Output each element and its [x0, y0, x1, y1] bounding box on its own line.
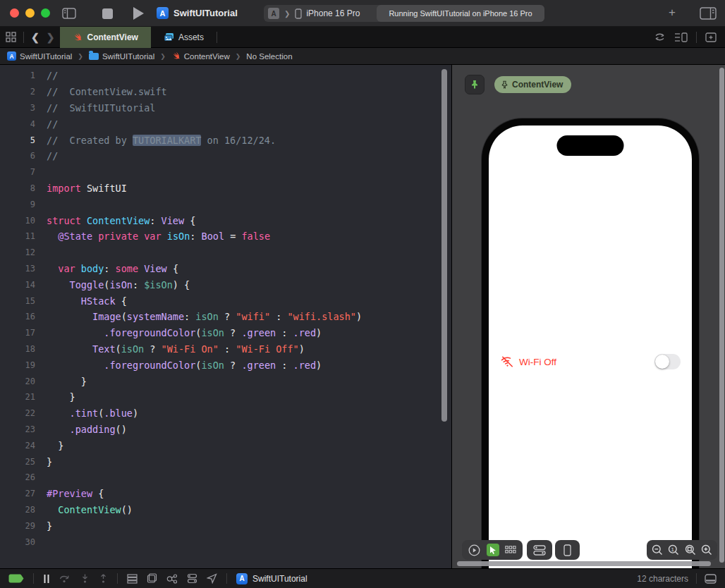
line-number[interactable]: 4: [0, 119, 35, 129]
pin-preview-button[interactable]: [465, 75, 485, 94]
line-number[interactable]: 24: [0, 441, 35, 451]
memory-graph-icon[interactable]: [147, 573, 157, 584]
code-line[interactable]: 17 .foregroundColor(isOn ? .green : .red…: [0, 325, 451, 341]
step-into-icon[interactable]: [80, 574, 90, 584]
environment-overrides-icon[interactable]: [187, 573, 197, 584]
code-line[interactable]: 27#Preview {: [0, 486, 451, 502]
canvas-vertical-scrollbar[interactable]: [719, 68, 724, 563]
code-line[interactable]: 23 .padding(): [0, 422, 451, 438]
line-number[interactable]: 5: [0, 135, 35, 145]
line-number[interactable]: 3: [0, 103, 35, 113]
code-line[interactable]: 14 Toggle(isOn: $isOn) {: [0, 276, 451, 293]
breakpoints-toggle-icon[interactable]: [8, 574, 24, 583]
code-line[interactable]: 2// ContentView.swift: [0, 84, 451, 100]
breadcrumb-item-group[interactable]: SwiftUITutorial: [89, 52, 154, 61]
line-number[interactable]: 16: [0, 312, 35, 321]
scheme-target-icon[interactable]: A: [268, 8, 279, 19]
breadcrumb-item-project[interactable]: A SwiftUITutorial: [7, 51, 72, 61]
line-number[interactable]: 15: [0, 296, 35, 306]
line-number[interactable]: 9: [0, 200, 35, 209]
toggle-navigator-sidebar-icon[interactable]: [62, 8, 76, 19]
run-destination-label[interactable]: iPhone 16 Pro: [306, 8, 360, 18]
code-line[interactable]: 10struct ContentView: View {: [0, 212, 451, 228]
line-number[interactable]: 2: [0, 87, 35, 97]
zoom-100-button[interactable]: 1: [668, 544, 679, 556]
network-share-icon[interactable]: [166, 574, 178, 584]
breadcrumb-item-file[interactable]: ContentView: [171, 51, 230, 61]
go-forward-button[interactable]: ❯: [47, 32, 55, 43]
line-number[interactable]: 6: [0, 151, 35, 161]
code-line[interactable]: 11 @State private var isOn: Bool = false: [0, 228, 451, 245]
line-number[interactable]: 20: [0, 376, 35, 386]
code-line[interactable]: 6//: [0, 148, 451, 164]
code-line[interactable]: 15 HStack {: [0, 293, 451, 309]
debug-process[interactable]: A SwiftUITutorial: [236, 573, 307, 584]
wifi-toggle[interactable]: [654, 354, 681, 369]
code-line[interactable]: 25}: [0, 453, 451, 470]
device-settings-button[interactable]: [533, 545, 546, 556]
add-button[interactable]: +: [669, 6, 676, 19]
variants-mode-button[interactable]: [505, 546, 516, 555]
toggle-debug-area-icon[interactable]: [705, 574, 717, 584]
line-number[interactable]: 14: [0, 280, 35, 290]
line-number[interactable]: 22: [0, 408, 35, 418]
code-line[interactable]: 5// Created by TUTORIALKART on 16/12/24.: [0, 132, 451, 148]
line-number[interactable]: 19: [0, 360, 35, 370]
live-preview-button[interactable]: [468, 544, 480, 556]
code-line[interactable]: 12: [0, 245, 451, 261]
code-line[interactable]: 22 .tint(.blue): [0, 405, 451, 422]
code-line[interactable]: 3// SwiftUITutorial: [0, 100, 451, 116]
tab-assets[interactable]: Assets: [151, 27, 217, 48]
code-line[interactable]: 1//: [0, 68, 451, 84]
zoom-fit-button[interactable]: [685, 544, 696, 556]
line-number[interactable]: 21: [0, 392, 35, 402]
line-number[interactable]: 1: [0, 71, 35, 80]
close-window-button[interactable]: [10, 8, 19, 18]
step-out-icon[interactable]: [99, 574, 108, 584]
canvas-horizontal-scrollbar[interactable]: [457, 561, 711, 566]
preview-name-badge[interactable]: ContentView: [494, 76, 571, 93]
run-destination-phone-icon[interactable]: [295, 8, 302, 19]
preview-device-button[interactable]: [563, 544, 571, 556]
code-line[interactable]: 24 }: [0, 437, 451, 453]
view-hierarchy-icon[interactable]: [127, 574, 138, 584]
line-number[interactable]: 7: [0, 167, 35, 177]
code-line[interactable]: 7: [0, 164, 451, 180]
editor-scrollbar[interactable]: [441, 69, 447, 422]
line-number[interactable]: 11: [0, 231, 35, 241]
code-line[interactable]: 19 .foregroundColor(isOn ? .green : .red…: [0, 357, 451, 373]
code-line[interactable]: 8import SwiftUI: [0, 180, 451, 197]
simulate-location-icon[interactable]: [207, 573, 217, 584]
add-editor-icon[interactable]: [705, 32, 717, 42]
pause-execution-icon[interactable]: [43, 574, 50, 584]
zoom-out-button[interactable]: [652, 544, 663, 556]
editor-options-icon[interactable]: [674, 32, 688, 42]
line-number[interactable]: 29: [0, 521, 35, 531]
code-line[interactable]: 21 }: [0, 389, 451, 405]
breadcrumb-item-selection[interactable]: No Selection: [246, 52, 292, 61]
tab-contentview[interactable]: ContentView: [60, 27, 150, 48]
line-number[interactable]: 28: [0, 505, 35, 515]
go-back-button[interactable]: ❮: [31, 32, 39, 43]
code-line[interactable]: 20 }: [0, 373, 451, 389]
code-line[interactable]: 30: [0, 534, 451, 550]
related-items-grid-icon[interactable]: [6, 32, 16, 42]
code-line[interactable]: 4//: [0, 116, 451, 132]
code-line[interactable]: 29}: [0, 517, 451, 534]
line-number[interactable]: 23: [0, 424, 35, 434]
code-line[interactable]: 13 var body: some View {: [0, 261, 451, 277]
step-over-icon[interactable]: [59, 574, 71, 583]
toggle-inspector-icon[interactable]: [700, 7, 717, 20]
line-number[interactable]: 26: [0, 472, 35, 482]
code-line[interactable]: 26: [0, 470, 451, 486]
minimize-window-button[interactable]: [25, 8, 35, 18]
code-line[interactable]: 18 Text(isOn ? "Wi-Fi On" : "Wi-Fi Off"): [0, 341, 451, 357]
run-button[interactable]: [133, 7, 144, 20]
code-line[interactable]: 9: [0, 196, 451, 212]
line-number[interactable]: 17: [0, 328, 35, 338]
zoom-window-button[interactable]: [41, 8, 50, 18]
line-number[interactable]: 13: [0, 264, 35, 274]
line-number[interactable]: 25: [0, 457, 35, 467]
code-review-arrows-icon[interactable]: [654, 32, 666, 42]
line-number[interactable]: 30: [0, 537, 35, 547]
